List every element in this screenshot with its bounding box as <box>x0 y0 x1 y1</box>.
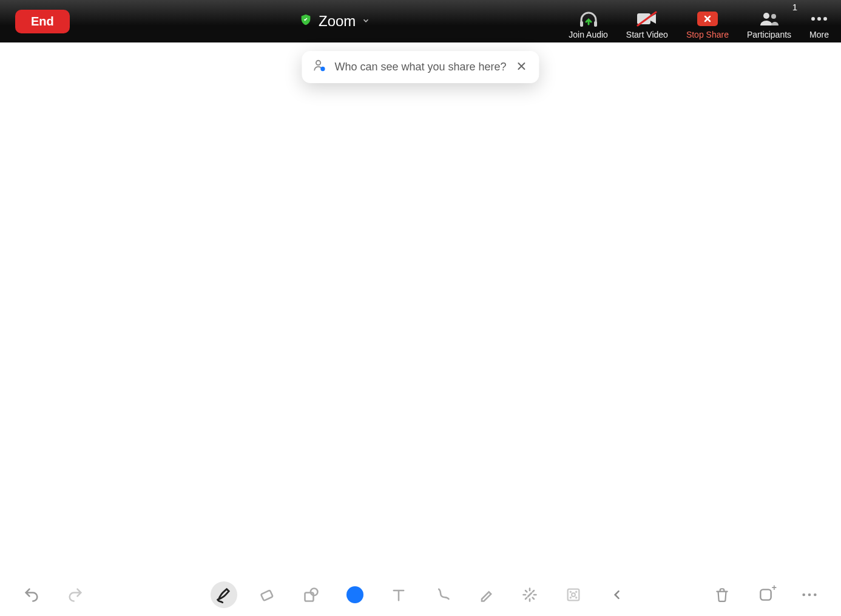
stop-share-icon <box>697 9 718 29</box>
svg-point-5 <box>771 14 776 19</box>
trash-button[interactable] <box>709 581 735 608</box>
svg-point-16 <box>575 591 578 594</box>
participants-icon <box>759 9 780 29</box>
svg-point-10 <box>320 67 325 71</box>
undo-button[interactable] <box>18 581 45 608</box>
participants-button[interactable]: 1 Participants <box>747 3 791 39</box>
more-label: More <box>809 30 829 39</box>
pen-tool-button[interactable] <box>211 581 237 608</box>
highlighter-tool-button[interactable] <box>473 581 499 608</box>
svg-point-21 <box>802 594 805 597</box>
line-arrow-tool-button[interactable] <box>429 581 456 608</box>
plus-badge-icon: + <box>772 583 777 592</box>
start-video-label: Start Video <box>626 30 668 39</box>
redo-button[interactable] <box>62 581 89 608</box>
end-button[interactable]: End <box>15 10 70 33</box>
notice-text: Who can see what you share here? <box>334 61 506 73</box>
svg-point-23 <box>814 594 817 597</box>
shapes-tool-button[interactable] <box>298 581 325 608</box>
participants-label: Participants <box>747 30 791 39</box>
svg-point-15 <box>570 591 572 594</box>
headphones-up-icon <box>578 9 599 29</box>
video-off-icon <box>636 9 658 29</box>
meeting-title: Zoom <box>319 13 356 30</box>
stamp-tool-button[interactable] <box>560 581 587 608</box>
top-right-controls: Join Audio Start Video Stop Share <box>569 3 829 39</box>
whiteboard-toolbar: + <box>0 574 841 616</box>
svg-rect-11 <box>261 590 273 600</box>
more-dots-icon <box>810 9 828 29</box>
svg-point-4 <box>763 13 769 19</box>
svg-point-6 <box>811 17 815 21</box>
join-audio-label: Join Audio <box>569 30 608 39</box>
eraser-tool-button[interactable] <box>254 581 281 608</box>
svg-point-17 <box>570 597 572 599</box>
svg-rect-14 <box>568 589 579 601</box>
stop-share-label: Stop Share <box>686 30 729 39</box>
svg-rect-2 <box>637 13 650 24</box>
share-visibility-notice: Who can see what you share here? <box>302 51 539 83</box>
svg-rect-0 <box>580 21 583 27</box>
color-picker-button[interactable] <box>342 581 368 608</box>
svg-point-18 <box>575 597 578 599</box>
person-info-icon <box>312 59 326 75</box>
svg-point-22 <box>808 594 811 597</box>
collapse-toolbar-button[interactable] <box>604 581 630 608</box>
close-icon[interactable] <box>515 58 529 76</box>
svg-point-9 <box>316 61 320 65</box>
shield-check-icon <box>299 13 312 29</box>
spotlight-tool-button[interactable] <box>516 581 543 608</box>
stop-share-button[interactable]: Stop Share <box>686 3 729 39</box>
text-tool-button[interactable] <box>385 581 412 608</box>
more-button[interactable]: More <box>809 3 829 39</box>
toolbar-more-button[interactable] <box>796 581 823 608</box>
participants-count: 1 <box>792 2 797 12</box>
meeting-title-area[interactable]: Zoom <box>299 13 370 30</box>
chevron-down-icon[interactable] <box>362 16 370 27</box>
color-swatch-icon <box>346 586 363 603</box>
svg-rect-1 <box>594 21 597 27</box>
svg-point-19 <box>572 593 575 597</box>
join-audio-button[interactable]: Join Audio <box>569 3 608 39</box>
new-page-button[interactable]: + <box>752 581 779 608</box>
svg-point-7 <box>817 17 821 21</box>
svg-point-8 <box>823 17 827 21</box>
zoom-top-toolbar: End Zoom Join Audio <box>0 0 841 42</box>
whiteboard-canvas[interactable] <box>0 42 841 574</box>
svg-rect-20 <box>760 589 771 600</box>
start-video-button[interactable]: Start Video <box>626 3 668 39</box>
